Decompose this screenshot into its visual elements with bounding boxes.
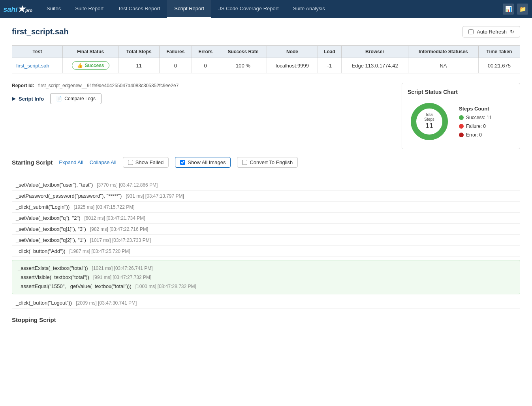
script-status-chart: Script Status Chart Total Steps 11 Steps… bbox=[402, 83, 520, 149]
success-dot bbox=[459, 115, 464, 120]
step-command-2: _click(_submit("Login")) bbox=[16, 204, 70, 210]
col-test: Test bbox=[12, 46, 63, 58]
step-row-0: _setValue(_textbox("user"), "test") [377… bbox=[12, 180, 520, 191]
nav-suites[interactable]: Suites bbox=[39, 0, 68, 18]
logo: sahi★pro bbox=[4, 2, 32, 16]
step-group: _assertExists(_textbox("total")) [1021 m… bbox=[12, 260, 520, 294]
stopping-script-title: Stopping Script bbox=[12, 316, 520, 323]
group-command-0: _assertExists(_textbox("total")) bbox=[18, 265, 88, 271]
script-steps: _setValue(_textbox("user"), "test") [377… bbox=[12, 180, 520, 309]
folder-icon-button[interactable]: 📁 bbox=[517, 4, 528, 15]
col-intermediate: Intermediate Statuses bbox=[408, 46, 478, 58]
step-time-0: [3770 ms] [03:47:12.866 PM] bbox=[97, 182, 158, 188]
show-failed-text: Show Failed bbox=[135, 159, 164, 165]
chart-inner: Total Steps 11 Steps Count Success: 11 bbox=[408, 100, 514, 143]
collapse-all-button[interactable]: Collapse All bbox=[90, 159, 117, 165]
show-all-images-checkbox[interactable] bbox=[180, 160, 185, 165]
report-id-row: Report Id: first_script_edgenew__91fe9de… bbox=[12, 83, 390, 88]
group-step-0: _assertExists(_textbox("total")) [1021 m… bbox=[18, 264, 514, 273]
donut-label-line2: Steps bbox=[424, 117, 434, 122]
step-time-4: [982 ms] [03:47:22.716 PM] bbox=[90, 226, 148, 232]
expand-all-button[interactable]: Expand All bbox=[59, 159, 83, 165]
script-report-table: Test Final Status Total Steps Failures E… bbox=[12, 45, 520, 73]
group-time-2: [1000 ms] [03:47:28.732 PM] bbox=[135, 284, 196, 289]
thumbs-up-icon: 👍 bbox=[77, 63, 83, 68]
auto-refresh-toggle[interactable]: Auto Refresh ↻ bbox=[462, 26, 520, 37]
show-failed-label[interactable]: Show Failed bbox=[123, 157, 169, 168]
page-header: first_script.sah Auto Refresh ↻ bbox=[12, 26, 520, 37]
convert-to-english-text: Convert To English bbox=[250, 159, 293, 165]
step-command-5: _setValue(_textbox("q[2]"), "1") bbox=[16, 237, 86, 243]
donut-label-line1: Total bbox=[424, 112, 434, 117]
excel-icon-button[interactable]: 📊 bbox=[503, 4, 514, 15]
nav-test-cases-report[interactable]: Test Cases Report bbox=[111, 0, 167, 18]
group-time-1: [991 ms] [03:47:27.732 PM] bbox=[93, 275, 151, 280]
step-time-2: [1925 ms] [03:47:15.722 PM] bbox=[73, 204, 134, 210]
show-all-images-label[interactable]: Show All Images bbox=[175, 157, 231, 168]
nav-script-report[interactable]: Script Report bbox=[167, 0, 211, 18]
failures-cell: 0 bbox=[159, 58, 192, 73]
legend-error-label: Error: 0 bbox=[466, 132, 482, 138]
report-section: Report Id: first_script_edgenew__91fe9de… bbox=[12, 83, 520, 149]
main-content: first_script.sah Auto Refresh ↻ Test Fin… bbox=[0, 18, 532, 406]
report-id-value: first_script_edgenew__91fe9de404255047a4… bbox=[38, 83, 179, 88]
step-row-after-group-0: _click(_button("Logout")) [2009 ms] [03:… bbox=[12, 297, 520, 309]
legend-success: Success: 11 bbox=[459, 115, 492, 120]
col-errors: Errors bbox=[192, 46, 219, 58]
col-time-taken: Time Taken bbox=[478, 46, 520, 58]
status-label: Success bbox=[85, 63, 104, 68]
auto-refresh-checkbox[interactable] bbox=[468, 29, 474, 34]
step-row-2: _click(_submit("Login")) [1925 ms] [03:4… bbox=[12, 202, 520, 213]
script-info-toggle[interactable]: ▶ Script Info bbox=[12, 96, 44, 102]
table-row: first_script.sah 👍 Success 11 0 0 100 % … bbox=[12, 58, 520, 73]
intermediate-cell: NA bbox=[408, 58, 478, 73]
group-step-2: _assertEqual("1550", _getValue(_textbox(… bbox=[18, 282, 514, 291]
status-badge: 👍 Success bbox=[72, 61, 109, 70]
step-row-3: _setValue(_textbox("q"), "2") [6012 ms] … bbox=[12, 213, 520, 224]
compare-logs-button[interactable]: 📄 Compare Logs bbox=[50, 93, 102, 104]
document-icon: 📄 bbox=[56, 96, 62, 101]
auto-refresh-label: Auto Refresh bbox=[477, 29, 507, 35]
nav-suite-report[interactable]: Suite Report bbox=[68, 0, 111, 18]
step-row-5: _setValue(_textbox("q[2]"), "1") [1017 m… bbox=[12, 235, 520, 246]
col-failures: Failures bbox=[159, 46, 192, 58]
page-title: first_script.sah bbox=[12, 27, 68, 36]
chevron-right-icon: ▶ bbox=[12, 96, 15, 101]
convert-to-english-checkbox[interactable] bbox=[242, 160, 247, 165]
total-steps-cell: 11 bbox=[118, 58, 160, 73]
col-node: Node bbox=[267, 46, 318, 58]
legend-success-label: Success: 11 bbox=[466, 115, 492, 120]
report-left: Report Id: first_script_edgenew__91fe9de… bbox=[12, 83, 390, 104]
group-command-2: _assertEqual("1550", _getValue(_textbox(… bbox=[18, 283, 132, 289]
donut-chart: Total Steps 11 bbox=[408, 100, 451, 143]
group-step-1: _assertVisible(_textbox("total")) [991 m… bbox=[18, 273, 514, 282]
show-failed-checkbox[interactable] bbox=[128, 160, 133, 165]
donut-center-label: Total Steps 11 bbox=[424, 112, 434, 131]
navbar: sahi★pro Suites Suite Report Test Cases … bbox=[0, 0, 532, 18]
nav-js-code-coverage[interactable]: JS Code Coverage Report bbox=[211, 0, 286, 18]
nav-suite-analysis[interactable]: Suite Analysis bbox=[286, 0, 332, 18]
error-dot bbox=[459, 133, 464, 137]
convert-to-english-label[interactable]: Convert To English bbox=[237, 157, 298, 168]
col-final-status: Final Status bbox=[63, 46, 118, 58]
step-command-1: _setPassword(_password("password"), "***… bbox=[16, 193, 122, 199]
steps-count-title: Steps Count bbox=[459, 106, 492, 112]
starting-script-title: Starting Script bbox=[12, 159, 53, 166]
step-row-1: _setPassword(_password("password"), "***… bbox=[12, 191, 520, 202]
step-command-4: _setValue(_textbox("q[1]"), "3") bbox=[16, 226, 86, 232]
col-load: Load bbox=[318, 46, 342, 58]
script-controls: Starting Script Expand All Collapse All … bbox=[12, 157, 520, 172]
refresh-icon: ↻ bbox=[510, 29, 514, 35]
success-rate-cell: 100 % bbox=[219, 58, 267, 73]
col-total-steps: Total Steps bbox=[118, 46, 160, 58]
step-command-6: _click(_button("Add")) bbox=[16, 248, 66, 254]
test-name-link[interactable]: first_script.sah bbox=[16, 63, 49, 69]
show-all-images-text: Show All Images bbox=[188, 159, 226, 165]
chart-legend: Success: 11 Failure: 0 Error: 0 bbox=[459, 115, 492, 138]
chart-title: Script Status Chart bbox=[408, 89, 514, 95]
errors-cell: 0 bbox=[192, 58, 219, 73]
legend-failure: Failure: 0 bbox=[459, 123, 492, 129]
time-taken-cell: 00:21.675 bbox=[478, 58, 520, 73]
col-success-rate: Success Rate bbox=[219, 46, 267, 58]
load-cell: -1 bbox=[318, 58, 342, 73]
